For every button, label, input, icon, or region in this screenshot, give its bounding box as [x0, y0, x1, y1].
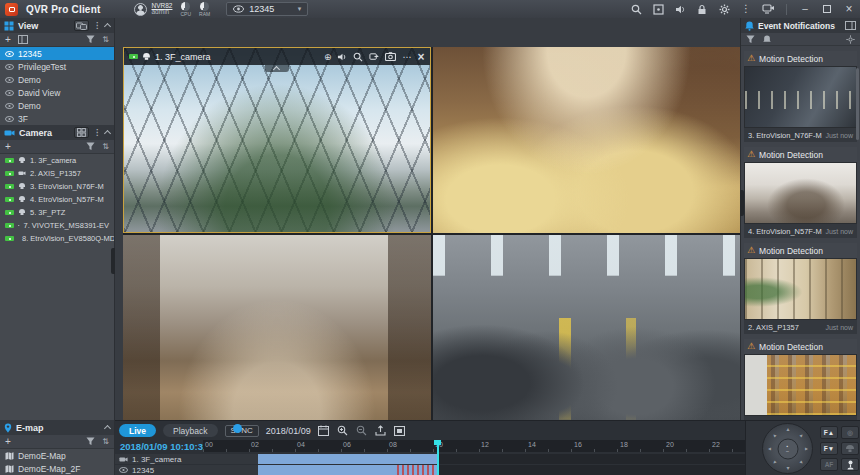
panel-layout-icon[interactable] [845, 21, 856, 30]
view-section-collapse-icon[interactable] [104, 23, 111, 30]
camera-item[interactable]: 4. EtroVision_N57F-M [0, 193, 114, 206]
view-item[interactable]: PrivilegeTest [0, 60, 114, 73]
event-thumbnail[interactable] [744, 354, 857, 416]
emap-section-collapse-icon[interactable] [104, 425, 111, 432]
camera-section-menu-icon[interactable]: ⋮ [93, 128, 101, 138]
camera-item[interactable]: 1. 3F_camera [0, 154, 114, 167]
export-icon[interactable] [375, 425, 387, 437]
camera-item[interactable]: 5. 3F_PTZ [0, 206, 114, 219]
view-item[interactable]: 3F [0, 112, 114, 125]
event-panel-header[interactable]: Event Notifications [741, 18, 860, 33]
video-tile-2[interactable] [433, 47, 741, 233]
focus-far-button[interactable]: F▼ [820, 442, 838, 455]
timeline-zoom-out-icon[interactable] [356, 425, 368, 437]
dpad-up-left-icon[interactable]: ▲ [770, 431, 778, 439]
event-thumbnail[interactable] [744, 66, 857, 128]
recording-bar[interactable] [258, 454, 437, 464]
view-item[interactable]: Demo [0, 99, 114, 112]
fullscreen-icon[interactable] [652, 3, 664, 15]
video-tile-1[interactable]: 1. 3F_camera ⊕ ⋯ × [123, 47, 431, 233]
volume-icon[interactable] [674, 3, 686, 15]
video-tile-4[interactable] [433, 235, 741, 421]
event-panel-collapse-handle[interactable] [740, 190, 744, 216]
event-card[interactable]: ⚠ Motion Detection 2. AXIS_P1357 Just no… [744, 243, 857, 334]
ptz-control-icon[interactable]: ⊕ [324, 52, 332, 62]
playhead-handle[interactable] [434, 440, 441, 445]
ptz-zoom-center[interactable]: ▪ – [777, 438, 798, 459]
camera-section-collapse-icon[interactable] [104, 130, 111, 137]
event-thumbnail[interactable] [744, 258, 857, 320]
settings-gear-icon[interactable] [718, 3, 730, 15]
dpad-down-left-icon[interactable]: ▲ [770, 459, 778, 467]
add-emap-button[interactable]: + [5, 436, 11, 448]
ptz-dpad[interactable]: ▲ ▲ ▲ ▲ ▲ ▲ ▲ ▲ ▪ – [762, 423, 813, 474]
filter-icon[interactable] [86, 142, 95, 151]
dpad-up-icon[interactable]: ▲ [785, 426, 791, 432]
view-mode-button[interactable] [74, 20, 89, 31]
filter-icon[interactable] [746, 35, 755, 44]
date-label[interactable]: 2018/01/09 [266, 426, 311, 436]
view-section-menu-icon[interactable]: ⋮ [93, 21, 101, 31]
dpad-down-icon[interactable]: ▲ [785, 466, 791, 472]
sort-icon[interactable]: ⇅ [102, 437, 109, 447]
calendar-icon[interactable] [318, 425, 330, 437]
timeline-track[interactable]: 1. 3F_camera [115, 454, 745, 464]
snapshot-view-icon[interactable] [394, 425, 406, 437]
timeline-track[interactable]: 12345 [115, 465, 745, 475]
focus-near-button[interactable]: F▲ [820, 426, 838, 439]
dpad-down-right-icon[interactable]: ▲ [798, 459, 806, 467]
event-card[interactable]: ⚠ Motion Detection 4. EtroVision_N57F-M … [744, 147, 857, 238]
sidebar-collapse-handle[interactable] [111, 248, 115, 274]
sort-icon[interactable]: ⇅ [102, 142, 109, 152]
camera-item[interactable]: 7. VIVOTEK_MS8391-EV [0, 219, 114, 232]
bell-icon[interactable] [763, 35, 771, 44]
digital-zoom-icon[interactable] [353, 52, 363, 62]
dpad-right-icon[interactable]: ▲ [804, 446, 810, 452]
event-card[interactable]: ⚠ Motion Detection 3. EtroVision_N76F-M … [744, 339, 857, 420]
view-selector-dropdown[interactable]: 12345 ▾ [226, 2, 308, 16]
audio-icon[interactable] [337, 52, 347, 62]
snapshot-icon[interactable] [385, 52, 396, 61]
dpad-left-icon[interactable]: ▲ [766, 446, 772, 452]
close-tile-icon[interactable]: × [417, 52, 424, 62]
emap-item[interactable]: DemoE-Map_2F [0, 462, 114, 475]
filter-icon[interactable] [86, 35, 95, 44]
camera-item[interactable]: 8. EtroVision_EV8580Q-MD [0, 232, 114, 245]
maximize-button[interactable] [821, 3, 833, 15]
more-menu-icon[interactable]: ⋮ [740, 3, 752, 15]
timeline-ruler[interactable]: 00 02 04 06 08 10 12 14 16 18 20 22 [203, 440, 745, 452]
view-section-header[interactable]: View ⋮ [0, 18, 114, 33]
add-camera-button[interactable]: + [5, 141, 11, 153]
camera-section-header[interactable]: Camera ⋮ [0, 125, 114, 140]
ptz-panel-toggle[interactable] [233, 424, 242, 433]
playback-tab[interactable]: Playback [163, 424, 218, 437]
search-icon[interactable] [630, 3, 642, 15]
live-tab[interactable]: Live [119, 424, 156, 437]
patrol-button[interactable] [841, 442, 859, 455]
event-card[interactable]: ⚠ Motion Detection 3. EtroVision_N76F-M … [744, 51, 857, 142]
event-panel-scrollbar[interactable] [856, 68, 859, 140]
camera-item[interactable]: 3. EtroVision_N76F-M [0, 180, 114, 193]
dpad-up-right-icon[interactable]: ▲ [798, 431, 806, 439]
minimize-button[interactable]: – [799, 3, 811, 15]
timeline-zoom-in-icon[interactable] [337, 425, 349, 437]
autofocus-button[interactable]: AF [820, 458, 838, 471]
stream-switch-icon[interactable] [369, 52, 379, 62]
joystick-button[interactable] [841, 458, 859, 471]
server-user-block[interactable]: NVR82 admin [134, 3, 172, 16]
preset-button[interactable]: ◎ [841, 426, 859, 439]
add-view-button[interactable]: + [5, 34, 11, 46]
recording-bar-with-events[interactable] [258, 465, 437, 475]
view-item[interactable]: Demo [0, 73, 114, 86]
event-thumbnail[interactable] [744, 162, 857, 224]
view-item[interactable]: 12345 [0, 47, 114, 60]
playhead[interactable] [437, 440, 439, 475]
camera-item[interactable]: 2. AXIS_P1357 [0, 167, 114, 180]
tile-header-collapse[interactable] [265, 65, 289, 72]
sort-icon[interactable]: ⇅ [102, 35, 109, 45]
camera-grid-button[interactable] [74, 127, 89, 138]
close-button[interactable]: × [843, 3, 855, 15]
more-icon[interactable]: ⋯ [402, 52, 411, 62]
filter-icon[interactable] [86, 437, 95, 446]
emap-section-header[interactable]: E-map [0, 420, 114, 435]
